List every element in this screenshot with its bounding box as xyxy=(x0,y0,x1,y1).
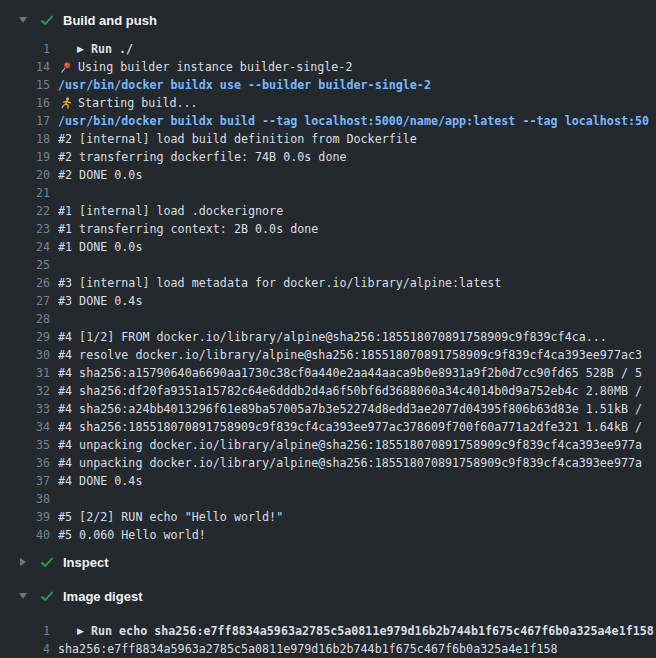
log-line: 28 xyxy=(0,310,656,328)
line-number[interactable]: 30 xyxy=(0,346,50,364)
log-message: #1 DONE 0.0s xyxy=(58,238,142,256)
line-number[interactable]: 28 xyxy=(0,310,50,328)
log-line: 21 xyxy=(0,184,656,202)
log-line: 17/usr/bin/docker buildx build --tag loc… xyxy=(0,112,656,130)
play-icon[interactable]: ▶ xyxy=(77,40,84,58)
log-text: /usr/bin/docker buildx use --builder bui… xyxy=(58,76,656,94)
log-message: Using builder instance builder-single-2 xyxy=(78,58,352,76)
log-text xyxy=(58,184,656,202)
log-line: 39#5 [2/2] RUN echo "Hello world!" xyxy=(0,508,656,526)
log-text: #4 sha256:a24bb4013296f61e89ba57005a7b3e… xyxy=(58,400,656,418)
log-text: #4 DONE 0.4s xyxy=(58,472,656,490)
line-number[interactable]: 26 xyxy=(0,274,50,292)
log-line: 35#4 unpacking docker.io/library/alpine@… xyxy=(0,436,656,454)
log-text: Using builder instance builder-single-2 xyxy=(58,58,656,76)
line-number[interactable]: 34 xyxy=(0,418,50,436)
log-text: #4 sha256:185518070891758909c9f839cf4ca3… xyxy=(58,418,656,436)
log-text: #5 [2/2] RUN echo "Hello world!" xyxy=(58,508,656,526)
log-line: 34#4 sha256:185518070891758909c9f839cf4c… xyxy=(0,418,656,436)
line-number[interactable]: 1 xyxy=(0,40,50,58)
line-number[interactable]: 19 xyxy=(0,148,50,166)
check-success-icon xyxy=(40,589,54,603)
log-lines: 1▶Run echo sha256:e7ff8834a5963a2785c5a0… xyxy=(0,622,656,658)
log-message: #4 sha256:a24bb4013296f61e89ba57005a7b3e… xyxy=(58,400,642,418)
line-number[interactable]: 23 xyxy=(0,220,50,238)
log-text xyxy=(58,310,656,328)
line-number[interactable]: 21 xyxy=(0,184,50,202)
line-number[interactable]: 31 xyxy=(0,364,50,382)
log-message: #2 [internal] load build definition from… xyxy=(58,130,417,148)
chevron-right-icon[interactable] xyxy=(18,558,28,566)
log-text: #2 [internal] load build definition from… xyxy=(58,130,656,148)
section-header-inspect[interactable]: Inspect xyxy=(0,552,656,572)
log-line: 27#3 DONE 0.4s xyxy=(0,292,656,310)
line-number[interactable]: 36 xyxy=(0,454,50,472)
log-message: #4 resolve docker.io/library/alpine@sha2… xyxy=(58,346,642,364)
log-text: #4 resolve docker.io/library/alpine@sha2… xyxy=(58,346,656,364)
log-line: 16Starting build... xyxy=(0,94,656,112)
log-text: ▶Run ./ xyxy=(58,40,656,58)
line-number[interactable]: 39 xyxy=(0,508,50,526)
log-text: #1 [internal] load .dockerignore xyxy=(58,202,656,220)
log-text: #3 DONE 0.4s xyxy=(58,292,656,310)
line-number[interactable]: 18 xyxy=(0,130,50,148)
line-number[interactable]: 24 xyxy=(0,238,50,256)
play-icon[interactable]: ▶ xyxy=(77,622,84,640)
log-section-build-and-push: Build and push1▶Run ./14Using builder in… xyxy=(0,10,656,544)
log-line: 22#1 [internal] load .dockerignore xyxy=(0,202,656,220)
log-message: Run ./ xyxy=(91,40,133,58)
check-success-icon xyxy=(40,555,54,569)
line-number[interactable]: 25 xyxy=(0,256,50,274)
log-text: #4 unpacking docker.io/library/alpine@sh… xyxy=(58,436,656,454)
log-line: 24#1 DONE 0.0s xyxy=(0,238,656,256)
line-number[interactable]: 4 xyxy=(0,640,50,658)
line-number[interactable]: 20 xyxy=(0,166,50,184)
log-line: 18#2 [internal] load build definition fr… xyxy=(0,130,656,148)
line-number[interactable]: 33 xyxy=(0,400,50,418)
chevron-down-icon[interactable] xyxy=(18,593,28,599)
log-text: #5 0.060 Hello world! xyxy=(58,526,656,544)
section-title: Build and push xyxy=(63,13,157,28)
log-line: 19#2 transferring dockerfile: 74B 0.0s d… xyxy=(0,148,656,166)
log-text: /usr/bin/docker buildx build --tag local… xyxy=(58,112,656,130)
line-number[interactable]: 14 xyxy=(0,58,50,76)
log-line: 36#4 unpacking docker.io/library/alpine@… xyxy=(0,454,656,472)
section-header-image-digest[interactable]: Image digest xyxy=(0,586,656,606)
line-number[interactable]: 17 xyxy=(0,112,50,130)
line-number[interactable]: 29 xyxy=(0,328,50,346)
section-header-build-and-push[interactable]: Build and push xyxy=(0,10,656,30)
line-number[interactable]: 22 xyxy=(0,202,50,220)
line-number[interactable]: 40 xyxy=(0,526,50,544)
log-text xyxy=(58,490,656,508)
log-line: 23#1 transferring context: 2B 0.0s done xyxy=(0,220,656,238)
log-text: #1 DONE 0.0s xyxy=(58,238,656,256)
log-text: Starting build... xyxy=(58,94,656,112)
log-message: #4 unpacking docker.io/library/alpine@sh… xyxy=(58,454,642,472)
log-message: #4 sha256:df20fa9351a15782c64e6dddb2d4a6… xyxy=(58,382,642,400)
log-line: 31#4 sha256:a15790640a6690aa1730c38cf0a4… xyxy=(0,364,656,382)
line-number[interactable]: 1 xyxy=(0,622,50,640)
line-number[interactable]: 32 xyxy=(0,382,50,400)
log-line: 29#4 [1/2] FROM docker.io/library/alpine… xyxy=(0,328,656,346)
log-message: #5 0.060 Hello world! xyxy=(58,526,206,544)
log-message: #1 transferring context: 2B 0.0s done xyxy=(58,220,318,238)
log-line: 25 xyxy=(0,256,656,274)
log-text xyxy=(58,256,656,274)
log-text: sha256:e7ff8834a5963a2785c5a0811e979d16b… xyxy=(58,640,656,658)
line-number[interactable]: 15 xyxy=(0,76,50,94)
log-section-image-digest: Image digest1▶Run echo sha256:e7ff8834a5… xyxy=(0,586,656,658)
section-title: Inspect xyxy=(63,555,109,570)
chevron-down-icon[interactable] xyxy=(18,17,28,23)
log-text: #2 transferring dockerfile: 74B 0.0s don… xyxy=(58,148,656,166)
line-number[interactable]: 27 xyxy=(0,292,50,310)
log-line: 32#4 sha256:df20fa9351a15782c64e6dddb2d4… xyxy=(0,382,656,400)
check-success-icon xyxy=(40,13,54,27)
line-number[interactable]: 16 xyxy=(0,94,50,112)
line-number[interactable]: 37 xyxy=(0,472,50,490)
log-line: 33#4 sha256:a24bb4013296f61e89ba57005a7b… xyxy=(0,400,656,418)
line-number[interactable]: 35 xyxy=(0,436,50,454)
log-line: 4sha256:e7ff8834a5963a2785c5a0811e979d16… xyxy=(0,640,656,658)
line-number[interactable]: 38 xyxy=(0,490,50,508)
log-message: #4 sha256:185518070891758909c9f839cf4ca3… xyxy=(58,418,642,436)
log-text: ▶Run echo sha256:e7ff8834a5963a2785c5a08… xyxy=(58,622,656,640)
